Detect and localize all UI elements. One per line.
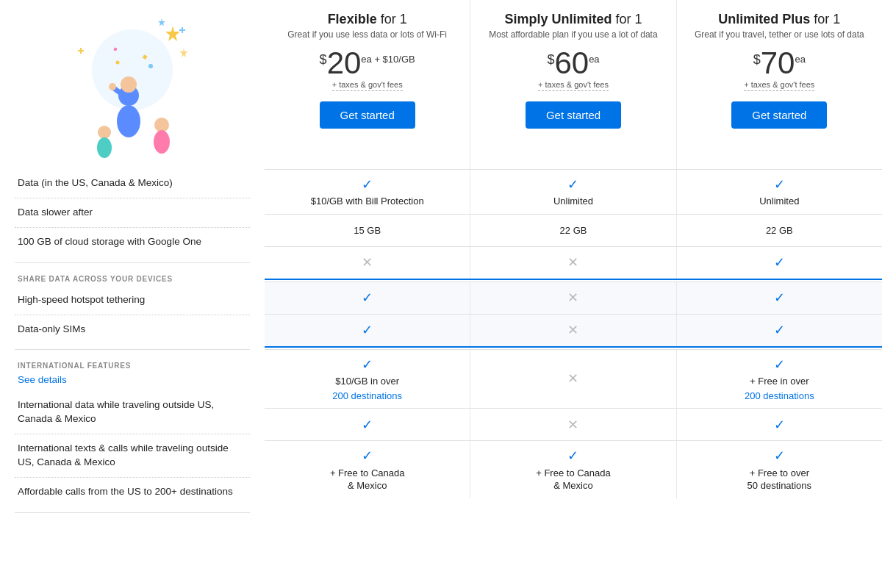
cell-line1: $10/GB in over	[335, 375, 399, 388]
svg-point-11	[98, 126, 111, 139]
x-icon: ✕	[567, 289, 578, 306]
see-details-link[interactable]: See details	[15, 373, 250, 391]
cell-text: + Free to Canada & Mexico	[536, 467, 611, 492]
feature-row-data-sims-row: ✓✕✓	[265, 314, 882, 346]
sidebar: Data (in the US, Canada & Mexico)Data sl…	[0, 0, 265, 531]
cell-affordable-calls-row-0: ✓+ Free to Canada & Mexico	[265, 441, 470, 498]
cell-data-slower-1: 22 GB	[470, 215, 676, 246]
x-icon: ✕	[567, 370, 578, 387]
check-icon: ✓	[362, 176, 373, 193]
check-icon: ✓	[774, 447, 785, 465]
cell-data-main-0: ✓$10/GB with Bill Protection	[265, 170, 470, 214]
get-started-btn-unlimited-plus[interactable]: Get started	[731, 101, 827, 129]
cell-intl-texts-row-2: ✓	[677, 409, 882, 440]
cell-affordable-calls-row-2: ✓+ Free to over 50 destinations	[677, 441, 882, 498]
check-icon: ✓	[567, 447, 578, 465]
get-started-btn-simply-unlimited[interactable]: Get started	[526, 101, 621, 129]
cell-text: + Free to over 50 destinations	[747, 467, 811, 492]
plan-price-unlimited-plus: $ 70 ea	[753, 48, 806, 79]
cell-intl-data-row-2: ✓+ Free in over200 destinations	[677, 350, 882, 408]
check-icon: ✓	[362, 289, 373, 306]
feature-item-intl-texts-calls: International texts & calls while travel…	[15, 434, 250, 478]
cell-line2: 200 destinations	[745, 390, 814, 403]
feature-row-affordable-calls-row: ✓+ Free to Canada & Mexico✓+ Free to Can…	[265, 440, 882, 498]
cell-cloud-storage-row-0: ✕	[265, 247, 470, 279]
svg-point-15	[148, 64, 153, 68]
cell-text: Unlimited	[759, 195, 799, 208]
x-icon: ✕	[567, 321, 578, 339]
plan-header-simply-unlimited: Simply Unlimited for 1 Most affordable p…	[470, 0, 676, 169]
price-note-unlimited-plus: + taxes & gov't fees	[744, 80, 814, 91]
cell-hotspot-row-2: ✓	[677, 282, 882, 314]
feature-section-share-data-section: High-speed hotspot tetheringData-only SI…	[15, 286, 250, 351]
cell-intl-data-row-1: ✕	[470, 350, 676, 408]
get-started-btn-flexible[interactable]: Get started	[320, 101, 415, 129]
feature-item-data-only-sims: Data-only SIMs	[15, 315, 250, 344]
cell-data-main-2: ✓Unlimited	[677, 170, 882, 214]
price-note-flexible: + taxes & gov't fees	[332, 80, 403, 91]
svg-point-5	[117, 105, 140, 137]
cell-data-sims-row-2: ✓	[677, 315, 882, 346]
feature-row-hotspot-row: ✓✕✓	[265, 282, 882, 314]
price-main-simply-unlimited: 60	[554, 48, 589, 79]
feature-row-data-slower: 15 GB22 GB22 GB	[265, 214, 882, 246]
plans-rows: ✓$10/GB with Bill Protection✓Unlimited✓U…	[265, 169, 882, 498]
feature-item-data-slower-after: Data slower after	[15, 198, 250, 228]
check-icon: ✓	[774, 416, 785, 434]
svg-marker-3	[158, 18, 165, 26]
cell-data-sims-row-1: ✕	[470, 315, 676, 346]
check-icon: ✓	[774, 254, 785, 271]
x-icon: ✕	[567, 254, 578, 271]
plan-price-simply-unlimited: $ 60 ea	[547, 48, 599, 79]
check-icon: ✓	[362, 447, 373, 465]
x-icon: ✕	[567, 416, 578, 434]
plan-header-flexible: Flexible for 1 Great if you use less dat…	[265, 0, 470, 169]
price-suffix-unlimited-plus: ea	[795, 54, 805, 65]
svg-point-16	[116, 61, 120, 65]
illustration	[15, 0, 250, 169]
feature-item-intl-data-traveling: International data while traveling outsi…	[15, 391, 250, 434]
feature-section-international-section: International data while traveling outsi…	[15, 391, 250, 512]
check-icon: ✓	[362, 356, 373, 373]
svg-marker-1	[165, 26, 180, 41]
section-label-share-data-section: Share data across your devices	[15, 266, 250, 286]
plan-title-unlimited-plus: Unlimited Plus for 1	[718, 12, 840, 27]
x-icon: ✕	[362, 254, 373, 271]
feature-row-data-main: ✓$10/GB with Bill Protection✓Unlimited✓U…	[265, 169, 882, 214]
feature-item-affordable-calls: Affordable calls from the US to 200+ des…	[15, 478, 250, 506]
price-dollar-unlimited-plus: $	[753, 52, 761, 68]
sidebar-features: Data (in the US, Canada & Mexico)Data sl…	[15, 169, 250, 513]
cell-text: Unlimited	[553, 195, 593, 208]
cell-data-sims-row-0: ✓	[265, 315, 470, 346]
svg-point-12	[97, 137, 112, 158]
page-layout: Data (in the US, Canada & Mexico)Data sl…	[0, 0, 882, 531]
cell-text: $10/GB with Bill Protection	[311, 195, 424, 208]
plan-subtitle-unlimited-plus: Great if you travel, tether or use lots …	[695, 29, 864, 40]
check-icon: ✓	[567, 176, 578, 193]
plan-title-flexible: Flexible for 1	[328, 12, 407, 27]
section-label-international-section: International features	[15, 353, 250, 373]
check-icon: ✓	[774, 176, 785, 193]
cell-hotspot-row-0: ✓	[265, 282, 470, 314]
cell-line2: 200 destinations	[332, 390, 402, 403]
cell-cloud-storage-row-1: ✕	[470, 247, 676, 279]
cell-data-slower-2: 22 GB	[677, 215, 882, 246]
cell-intl-data-row-0: ✓$10/GB in over200 destinations	[265, 350, 470, 408]
feature-row-intl-texts-row: ✓✕✓	[265, 408, 882, 440]
plan-subtitle-flexible: Great if you use less data or lots of Wi…	[287, 29, 447, 40]
price-dollar-flexible: $	[320, 52, 327, 68]
cell-data-main-1: ✓Unlimited	[470, 170, 676, 214]
cell-line1: + Free in over	[750, 375, 809, 388]
price-dollar-simply-unlimited: $	[547, 52, 554, 68]
check-icon: ✓	[362, 416, 373, 434]
plan-header-unlimited-plus: Unlimited Plus for 1 Great if you travel…	[677, 0, 882, 169]
feature-section-data-section: Data (in the US, Canada & Mexico)Data sl…	[15, 169, 250, 263]
svg-point-8	[109, 83, 116, 90]
cell-text: + Free to Canada & Mexico	[330, 467, 405, 492]
plan-price-flexible: $ 20 ea + $10/GB	[320, 48, 415, 79]
cell-intl-texts-row-0: ✓	[265, 409, 470, 440]
check-icon: ✓	[774, 321, 785, 339]
cell-hotspot-row-1: ✕	[470, 282, 676, 314]
price-note-simply-unlimited: + taxes & gov't fees	[538, 80, 609, 91]
price-suffix-simply-unlimited: ea	[589, 54, 599, 65]
